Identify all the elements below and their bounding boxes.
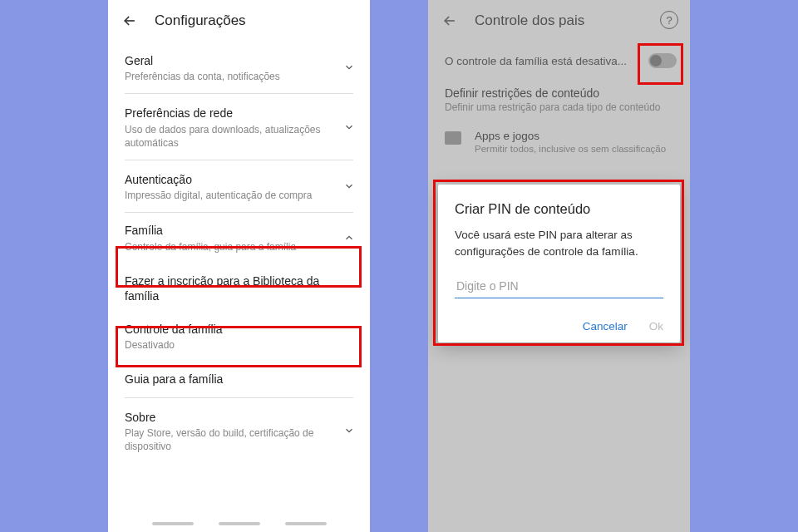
cancel-button[interactable]: Cancelar <box>583 320 628 332</box>
page-title: Configurações <box>155 12 246 29</box>
ok-button[interactable]: Ok <box>649 320 663 332</box>
row-general[interactable]: Geral Preferências da conta, notificaçõe… <box>120 42 358 93</box>
nav-indicator <box>108 522 370 525</box>
row-label: Guia para a família <box>125 372 332 387</box>
row-family-signup[interactable]: Fazer a inscrição para a Biblioteca da f… <box>120 262 358 313</box>
row-label: Preferências de rede <box>125 106 332 121</box>
chevron-down-icon <box>343 180 355 192</box>
dialog-actions: Cancelar Ok <box>455 320 663 332</box>
pin-input[interactable]: Digite o PIN <box>455 274 663 298</box>
row-label: Sobre <box>125 410 332 425</box>
dialog-title: Criar PIN de conteúdo <box>455 201 663 217</box>
back-icon[interactable] <box>120 11 140 31</box>
chevron-down-icon <box>343 62 355 73</box>
row-label: Autenticação <box>125 172 332 187</box>
row-family-guide[interactable]: Guia para a família <box>120 360 358 397</box>
create-pin-dialog: Criar PIN de conteúdo Você usará este PI… <box>438 185 680 342</box>
row-sub: Controle da família, guia para a família <box>125 240 332 254</box>
chevron-down-icon <box>343 425 355 436</box>
phone-parental-controls: Controle dos pais ? O controle da famíli… <box>428 0 690 532</box>
phone-settings: Configurações Geral Preferências da cont… <box>108 0 370 532</box>
appbar: Configurações <box>108 0 370 42</box>
row-sub: Desativado <box>125 338 332 352</box>
row-about[interactable]: Sobre Play Store, versão do build, certi… <box>120 398 358 464</box>
row-sub: Preferências da conta, notificações <box>125 70 332 83</box>
row-label: Fazer a inscrição para a Biblioteca da f… <box>125 273 332 303</box>
row-sub: Uso de dados para downloads, atualizaçõe… <box>125 123 332 150</box>
row-family[interactable]: Família Controle da família, guia para a… <box>120 213 358 261</box>
row-family-control[interactable]: Controle da família Desativado <box>120 313 358 360</box>
row-label: Controle da família <box>125 322 332 337</box>
row-label: Família <box>125 223 332 238</box>
settings-list: Geral Preferências da conta, notificaçõe… <box>108 42 370 463</box>
chevron-up-icon <box>343 232 355 244</box>
row-network[interactable]: Preferências de rede Uso de dados para d… <box>120 94 358 160</box>
dialog-description: Você usará este PIN para alterar as conf… <box>455 227 663 259</box>
chevron-down-icon <box>343 121 355 133</box>
row-label: Geral <box>125 53 332 68</box>
row-sub: Impressão digital, autenticação de compr… <box>125 189 332 202</box>
row-sub: Play Store, versão do build, certificaçã… <box>125 426 332 453</box>
row-auth[interactable]: Autenticação Impressão digital, autentic… <box>120 160 358 212</box>
